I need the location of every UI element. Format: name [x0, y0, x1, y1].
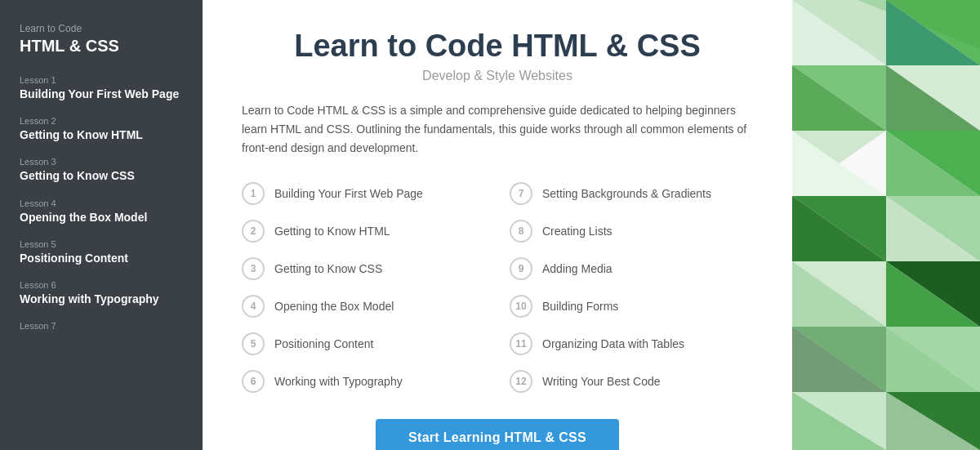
sidebar-lesson-2[interactable]: Lesson 2 Getting to Know HTML	[20, 116, 183, 142]
lesson-item: 9 Adding Media	[510, 254, 753, 283]
lesson-number-circle: 9	[510, 257, 532, 280]
page-title: Learn to Code HTML & CSS	[242, 29, 753, 64]
lesson-number-circle: 12	[510, 370, 532, 393]
lesson-item: 10 Building Forms	[510, 292, 753, 321]
lesson-item: 3 Getting to Know CSS	[242, 254, 485, 283]
page-subtitle: Develop & Style Websites	[242, 69, 753, 83]
sidebar: Learn to Code HTML & CSS Lesson 1 Buildi…	[0, 0, 203, 450]
sidebar-lesson-number: Lesson 2	[20, 116, 183, 126]
sidebar-header-sub: Learn to Code	[20, 23, 183, 34]
main-content: Learn to Code HTML & CSS Develop & Style…	[203, 0, 792, 450]
lesson-number-circle: 8	[510, 220, 532, 243]
sidebar-lesson-number: Lesson 3	[20, 157, 183, 167]
sidebar-lesson-title: Getting to Know CSS	[20, 168, 183, 183]
lesson-item-label: Writing Your Best Code	[542, 375, 661, 388]
sidebar-lesson-title: Opening the Box Model	[20, 210, 183, 225]
lesson-item: 8 Creating Lists	[510, 216, 753, 246]
sidebar-lesson-title: Working with Typography	[20, 292, 183, 306]
lesson-item: 12 Writing Your Best Code	[510, 367, 753, 396]
sidebar-lesson-number: Lesson 7	[20, 321, 183, 331]
sidebar-lesson-number: Lesson 4	[20, 198, 183, 208]
lesson-item: 6 Working with Typography	[242, 367, 485, 396]
lesson-number-circle: 3	[242, 257, 265, 280]
lesson-item: 11 Organizing Data with Tables	[510, 329, 753, 359]
lesson-grid: 1 Building Your First Web Page 7 Setting…	[242, 179, 753, 396]
sidebar-lesson-title: Building Your First Web Page	[20, 87, 183, 101]
lesson-item-label: Getting to Know CSS	[274, 262, 382, 275]
lesson-number-circle: 5	[242, 332, 265, 355]
sidebar-lesson-number: Lesson 1	[20, 75, 183, 85]
sidebar-lesson-title: Positioning Content	[20, 251, 183, 265]
lesson-number-circle: 11	[510, 332, 532, 355]
page-description: Learn to Code HTML & CSS is a simple and…	[242, 101, 753, 158]
lesson-number-circle: 1	[242, 182, 265, 205]
cta-wrapper: Start Learning HTML & CSS 𝕋 𝒇 𝗴+	[242, 419, 753, 450]
lesson-item-label: Creating Lists	[542, 225, 612, 238]
lesson-item: 4 Opening the Box Model	[242, 292, 485, 321]
decorative-panel	[792, 0, 980, 450]
lesson-number-circle: 2	[242, 220, 265, 243]
sidebar-lesson-3[interactable]: Lesson 3 Getting to Know CSS	[20, 157, 183, 183]
lesson-item-label: Setting Backgrounds & Gradients	[542, 187, 711, 200]
sidebar-lesson-1[interactable]: Lesson 1 Building Your First Web Page	[20, 75, 183, 101]
lesson-item-label: Organizing Data with Tables	[542, 337, 684, 350]
lesson-item-label: Building Your First Web Page	[274, 187, 423, 200]
sidebar-lesson-number: Lesson 5	[20, 239, 183, 249]
sidebar-lesson-number: Lesson 6	[20, 280, 183, 290]
lesson-item-label: Opening the Box Model	[274, 300, 394, 313]
lesson-item-label: Working with Typography	[274, 375, 403, 388]
lesson-item-label: Building Forms	[542, 300, 618, 313]
lesson-item: 2 Getting to Know HTML	[242, 216, 485, 246]
sidebar-lesson-4[interactable]: Lesson 4 Opening the Box Model	[20, 198, 183, 225]
lesson-number-circle: 4	[242, 295, 265, 318]
lesson-item: 5 Positioning Content	[242, 329, 485, 359]
sidebar-lesson-6[interactable]: Lesson 6 Working with Typography	[20, 280, 183, 306]
sidebar-lesson-5[interactable]: Lesson 5 Positioning Content	[20, 239, 183, 265]
lesson-item: 7 Setting Backgrounds & Gradients	[510, 179, 753, 208]
lesson-number-circle: 7	[510, 182, 532, 205]
lesson-number-circle: 6	[242, 370, 265, 393]
cta-button[interactable]: Start Learning HTML & CSS	[376, 419, 619, 450]
lesson-item-label: Getting to Know HTML	[274, 225, 390, 238]
lesson-item-label: Adding Media	[542, 262, 612, 275]
lesson-item-label: Positioning Content	[274, 337, 373, 350]
lesson-item: 1 Building Your First Web Page	[242, 179, 485, 208]
sidebar-lesson-title: Getting to Know HTML	[20, 127, 183, 142]
sidebar-header-title: HTML & CSS	[20, 36, 183, 56]
lesson-number-circle: 10	[510, 295, 532, 318]
sidebar-lesson-7[interactable]: Lesson 7	[20, 321, 183, 331]
